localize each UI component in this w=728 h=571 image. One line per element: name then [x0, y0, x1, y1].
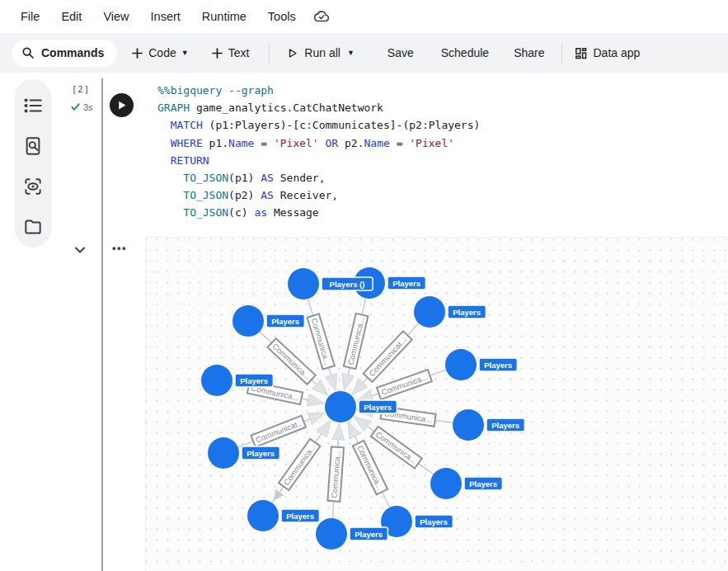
code-line: RETURN	[157, 152, 480, 169]
graph-node[interactable]	[288, 268, 319, 300]
code-editor[interactable]: %%bigquery --graphGRAPH game_analytics.C…	[157, 82, 480, 222]
menu-item-insert[interactable]: Insert	[151, 10, 181, 23]
files-folder-icon[interactable]	[22, 216, 44, 238]
toolbar-divider	[561, 42, 562, 64]
cloud-done-icon	[312, 7, 331, 26]
save-button[interactable]: Save	[387, 46, 414, 59]
data-app-label: Data app	[594, 46, 641, 59]
graph-node[interactable]	[316, 518, 347, 550]
svg-text:Communica...: Communica...	[282, 442, 317, 487]
cell-border	[101, 78, 103, 571]
edge-arrowhead	[274, 489, 284, 501]
node-label-badge: Players	[281, 509, 319, 522]
menu-bar: File Edit View Insert Runtime Tools	[0, 0, 728, 33]
graph-node[interactable]	[414, 296, 445, 328]
graph-node[interactable]	[445, 349, 477, 380]
node-label-badge: Players ()	[322, 277, 373, 290]
svg-text:Players: Players	[240, 376, 268, 385]
svg-text:Players: Players	[392, 279, 420, 288]
graph-node[interactable]	[453, 409, 484, 441]
share-button[interactable]: Share	[514, 46, 544, 59]
graph-output-canvas[interactable]: Communica...Communica...Communicat...Com…	[145, 237, 728, 571]
menu-item-view[interactable]: View	[103, 10, 129, 23]
edge-label: Communica...	[377, 370, 432, 399]
node-label-badge: Players	[464, 477, 502, 490]
svg-text:Players: Players	[469, 479, 497, 488]
graph-node[interactable]	[430, 468, 462, 499]
edge-arrowhead	[325, 374, 336, 391]
edge-arrowhead	[317, 420, 331, 437]
node-label-badge: Players	[486, 418, 524, 432]
commands-search[interactable]: Commands	[12, 40, 117, 67]
edge-label: Communica...	[353, 441, 387, 495]
code-line: GRAPH game_analytics.CatChatNetwork	[157, 99, 480, 116]
table-of-contents-icon[interactable]	[22, 95, 44, 116]
code-line: %%bigquery --graph	[157, 82, 480, 99]
search-icon	[21, 46, 35, 59]
svg-text:Players: Players	[420, 517, 448, 526]
add-text-button[interactable]: Text	[212, 46, 250, 59]
menu-item-tools[interactable]: Tools	[268, 10, 296, 23]
edge-label: Communica...	[279, 439, 320, 490]
execution-count: [2]	[72, 84, 90, 94]
node-label-badge: Players	[235, 374, 273, 387]
svg-text:Players: Players	[364, 403, 392, 412]
graph-visualization: Communica...Communica...Communicat...Com…	[146, 238, 728, 571]
schedule-button[interactable]: Schedule	[441, 46, 489, 59]
edge-label: Communica...	[267, 338, 315, 385]
menu-item-file[interactable]: File	[21, 10, 40, 23]
edge-arrowhead	[354, 417, 371, 432]
node-label-badge: Players	[242, 446, 279, 460]
plus-icon	[132, 48, 143, 59]
toolbar-divider	[269, 42, 270, 64]
node-label-badge: Players	[350, 527, 387, 540]
code-line: TO_JSON(p1) AS Sender,	[157, 169, 480, 186]
node-label-badge: Players	[387, 276, 425, 290]
code-line: TO_JSON(p2) AS Receiver,	[157, 186, 480, 204]
check-icon	[70, 101, 81, 112]
svg-text:Communica...: Communica...	[374, 430, 419, 465]
edge-arrowhead	[307, 394, 324, 406]
node-label-badge: Players	[479, 358, 517, 371]
run-cell-button[interactable]	[110, 93, 134, 117]
run-all-label: Run all	[304, 46, 341, 59]
run-all-caret-icon[interactable]: ▼	[347, 50, 355, 57]
svg-text:Communica...: Communica...	[355, 444, 385, 491]
collapse-output-chevron-icon[interactable]	[73, 243, 87, 257]
svg-text:Players: Players	[271, 317, 299, 326]
edge-arrowhead	[308, 413, 325, 424]
code-line: WHERE p1.Name = 'Pixel' OR p2.Name = 'Pi…	[157, 134, 480, 152]
edge-label: Communica...	[371, 427, 422, 469]
eye-scan-icon[interactable]	[22, 176, 44, 197]
node-label-badge: Players	[359, 400, 397, 413]
svg-text:Players: Players	[286, 512, 314, 521]
edge-label: Communica...	[327, 446, 344, 502]
add-text-label: Text	[228, 46, 250, 59]
find-in-document-icon[interactable]	[22, 135, 44, 157]
svg-text:Players: Players	[247, 449, 275, 458]
add-code-caret-icon[interactable]: ▼	[181, 50, 189, 57]
toolbar: Commands Code ▼ Text Run all ▼ Save Sche…	[0, 33, 728, 73]
edge-label: Communicat..	[251, 416, 306, 447]
play-outline-icon	[286, 47, 298, 59]
graph-node[interactable]	[247, 500, 279, 531]
graph-node[interactable]	[208, 437, 239, 469]
dashboard-grid-icon	[574, 46, 588, 60]
menu-item-runtime[interactable]: Runtime	[202, 10, 247, 23]
edge-arrowhead	[342, 373, 355, 390]
code-line: TO_JSON(c) as Message	[157, 204, 480, 221]
edge-label: Communicat...	[364, 331, 412, 382]
add-code-button[interactable]: Code	[132, 46, 176, 59]
run-all-button[interactable]: Run all	[286, 46, 341, 59]
data-app-button[interactable]: Data app	[574, 46, 641, 60]
edge-arrowhead	[332, 423, 345, 441]
menu-item-edit[interactable]: Edit	[61, 10, 82, 23]
graph-node[interactable]	[201, 365, 232, 396]
graph-node[interactable]	[325, 391, 356, 422]
svg-text:Communica...: Communica...	[270, 342, 312, 381]
output-options-button[interactable]: •••	[112, 242, 127, 254]
colab-notebook-window: File Edit View Insert Runtime Tools Comm…	[0, 0, 728, 571]
edge-label: Communica...	[344, 314, 368, 369]
svg-text:Players: Players	[453, 308, 481, 317]
graph-node[interactable]	[232, 305, 264, 337]
